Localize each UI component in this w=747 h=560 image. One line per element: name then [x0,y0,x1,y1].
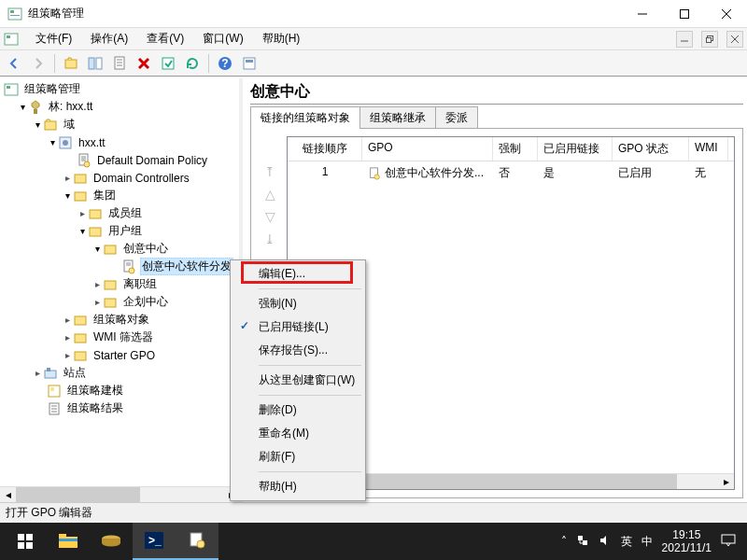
svg-point-43 [374,174,379,178]
properties-button[interactable] [109,53,130,74]
menu-help[interactable]: 帮助(H) [257,29,306,49]
tree-chengyuan[interactable]: ▸成员组 [2,204,237,222]
close-button[interactable] [705,0,747,27]
svg-rect-56 [578,536,583,540]
ime-indicator-2[interactable]: 中 [641,534,653,550]
gpo-link-icon [368,167,381,180]
tree-gpo-objects[interactable]: ▸组策略对象 [2,311,237,329]
col-order[interactable]: 链接顺序 [288,137,362,161]
details-tabs: 链接的组策略对象 组策略继承 委派 [250,106,743,129]
tab-delegation[interactable]: 委派 [435,106,478,129]
tree-domain[interactable]: ▾hxx.tt [2,133,237,151]
col-link-enabled[interactable]: 已启用链接 [538,137,613,161]
forward-button[interactable] [28,53,49,74]
ctx-enforce[interactable]: 强制(N) [233,292,363,315]
tree-forest[interactable]: ▾林: hxx.tt [2,98,237,116]
taskbar-disk[interactable] [90,523,133,560]
tree-chuangyi[interactable]: ▾创意中心 [2,240,237,258]
svg-rect-15 [244,58,255,69]
svg-rect-49 [59,534,66,538]
statusbar: 打开 GPO 编辑器 [0,502,747,523]
svg-rect-10 [96,58,102,69]
ctx-link-enabled[interactable]: 已启用链接(L) [233,315,363,339]
svg-rect-26 [75,192,86,201]
export-button[interactable] [158,53,178,74]
col-status[interactable]: GPO 状态 [613,137,689,161]
tree-modeling[interactable]: 组策略建模 [2,382,237,399]
tree-yonghu[interactable]: ▾用户组 [2,222,237,240]
tree-root[interactable]: 组策略管理 [2,80,237,98]
tree-default-policy[interactable]: Default Domain Policy [2,151,237,169]
menu-action[interactable]: 操作(A) [85,29,134,49]
ctx-new-window[interactable]: 从这里创建窗口(W) [233,369,363,392]
svg-text:>_: >_ [148,534,162,547]
ctx-edit[interactable]: 编辑(E)... [233,262,363,286]
menu-file[interactable]: 文件(F) [30,29,78,49]
menu-window[interactable]: 窗口(W) [197,29,248,49]
tab-linked-gpo[interactable]: 链接的组策略对象 [250,106,360,129]
console-tree[interactable]: 组策略管理 ▾林: hxx.tt ▾域 ▾hxx.tt Default Doma… [0,78,239,486]
tray-network-icon[interactable] [576,534,589,550]
tree-jituan[interactable]: ▾集团 [2,187,237,204]
minimize-button[interactable] [621,0,663,27]
svg-rect-3 [680,9,688,18]
svg-rect-57 [583,540,587,545]
clock[interactable]: 19:15 2021/11/1 [662,528,712,554]
taskbar-powershell[interactable]: >_ [133,523,176,560]
svg-rect-28 [90,228,101,236]
toolbar: ? [0,50,747,77]
tray-volume-icon[interactable] [599,534,612,550]
tray-chevron-icon[interactable]: ˄ [561,535,567,548]
status-text: 打开 GPO 编辑器 [6,505,92,521]
refresh-button[interactable] [182,53,203,74]
tree-domains[interactable]: ▾域 [2,116,237,133]
mmc-icon [4,32,19,47]
maximize-button[interactable] [663,0,705,27]
svg-rect-20 [45,121,56,130]
system-tray[interactable]: ˄ 英 中 19:15 2021/11/1 [561,528,743,554]
col-enforced[interactable]: 强制 [493,137,538,161]
tree-sites[interactable]: ▸站点 [2,364,237,382]
move-down-button[interactable]: ▽ [261,209,278,226]
move-top-button[interactable]: ⤒ [261,164,278,181]
svg-rect-50 [59,539,78,541]
ctx-refresh[interactable]: 刷新(F) [233,445,363,469]
svg-rect-17 [5,84,18,95]
tree-hscrollbar[interactable]: ◂▸ [0,486,239,502]
tab-inheritance[interactable]: 组策略继承 [359,106,436,129]
tree-wmi[interactable]: ▸WMI 筛选器 [2,329,237,346]
taskbar: >_ ˄ 英 中 19:15 2021/11/1 [0,523,747,560]
tree-chuangyi-gpo[interactable]: 创意中心软件分发 [2,258,237,275]
start-button[interactable] [4,523,47,560]
move-bottom-button[interactable]: ⤓ [261,231,278,248]
col-gpo[interactable]: GPO [362,137,493,161]
ctx-help[interactable]: 帮助(H) [233,475,363,498]
up-button[interactable] [61,53,81,74]
window-title: 组策略管理 [28,6,84,21]
ctx-delete[interactable]: 删除(D) [233,399,363,422]
ime-indicator-1[interactable]: 英 [621,534,632,550]
tree-qihua[interactable]: ▸企划中心 [2,293,237,311]
mdi-minimize-button[interactable] [676,31,693,48]
action-center-icon[interactable] [721,534,736,550]
show-hide-tree-button[interactable] [85,53,106,74]
tree-results[interactable]: 组策略结果 [2,399,237,417]
help-button[interactable]: ? [215,53,235,74]
mdi-restore-button[interactable] [701,31,718,48]
move-up-button[interactable]: △ [261,187,278,203]
ctx-save-report[interactable]: 保存报告(S)... [233,339,363,362]
back-button[interactable] [4,53,24,74]
delete-button[interactable] [134,53,154,74]
svg-point-22 [63,140,68,146]
tree-starter[interactable]: ▸Starter GPO [2,346,237,364]
tree-domain-controllers[interactable]: ▸Domain Controllers [2,169,237,187]
taskbar-explorer[interactable] [47,523,90,560]
menu-view[interactable]: 查看(V) [141,29,190,49]
ctx-rename[interactable]: 重命名(M) [233,422,363,445]
taskbar-gpmc[interactable] [176,523,218,560]
col-wmi[interactable]: WMI [689,137,728,161]
options-button[interactable] [239,53,260,74]
mdi-close-button[interactable] [726,31,743,48]
table-row[interactable]: 1 创意中心软件分发... 否 是 已启用 无 [288,161,734,185]
tree-lizhi[interactable]: ▸离职组 [2,275,237,293]
